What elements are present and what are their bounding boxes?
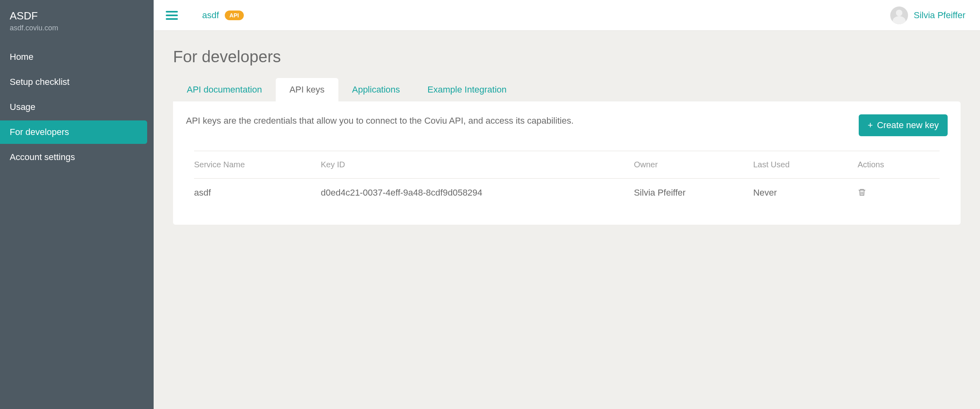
cell-service-name: asdf — [194, 188, 321, 198]
col-header-actions: Actions — [858, 160, 940, 169]
sidebar: ASDF asdf.coviu.com Home Setup checklist… — [0, 0, 154, 409]
sidebar-item-setup-checklist[interactable]: Setup checklist — [0, 70, 147, 94]
avatar[interactable] — [890, 6, 908, 24]
tab-applications[interactable]: Applications — [338, 78, 414, 101]
trash-icon[interactable] — [858, 188, 866, 197]
create-new-key-button[interactable]: + Create new key — [859, 114, 948, 136]
sidebar-nav: Home Setup checklist Usage For developer… — [0, 45, 154, 169]
table-row: asdf d0ed4c21-0037-4eff-9a48-8cdf9d05829… — [194, 179, 940, 209]
sidebar-item-for-developers[interactable]: For developers — [0, 120, 147, 144]
api-badge: API — [225, 11, 244, 20]
tab-api-keys[interactable]: API keys — [276, 78, 338, 101]
cell-last-used: Never — [753, 188, 858, 198]
sidebar-item-home[interactable]: Home — [0, 45, 147, 69]
panel: API keys are the credentials that allow … — [173, 101, 961, 225]
sidebar-item-label: For developers — [10, 127, 69, 137]
table-header-row: Service Name Key ID Owner Last Used Acti… — [194, 151, 940, 178]
col-header-last-used: Last Used — [753, 160, 858, 169]
tab-example-integration[interactable]: Example Integration — [414, 78, 520, 101]
main: asdf API Silvia Pfeiffer For developers … — [154, 0, 980, 409]
sidebar-item-label: Home — [10, 52, 34, 62]
col-header-owner: Owner — [634, 160, 753, 169]
user-menu[interactable]: Silvia Pfeiffer — [914, 10, 965, 21]
tabs: API documentation API keys Applications … — [173, 78, 961, 101]
sidebar-item-label: Usage — [10, 102, 36, 112]
tab-label: Applications — [352, 84, 400, 95]
cell-owner: Silvia Pfeiffer — [634, 188, 753, 198]
topbar: asdf API Silvia Pfeiffer — [154, 0, 980, 31]
sidebar-item-label: Setup checklist — [10, 77, 70, 87]
create-button-label: Create new key — [877, 120, 939, 131]
col-header-service: Service Name — [194, 160, 321, 169]
cell-actions — [858, 188, 940, 200]
sidebar-item-usage[interactable]: Usage — [0, 95, 147, 119]
panel-description: API keys are the credentials that allow … — [186, 114, 849, 127]
breadcrumb-org[interactable]: asdf — [202, 10, 219, 21]
sidebar-item-account-settings[interactable]: Account settings — [0, 145, 147, 169]
cell-key-id: d0ed4c21-0037-4eff-9a48-8cdf9d058294 — [321, 188, 634, 198]
panel-head: API keys are the credentials that allow … — [186, 114, 948, 136]
tab-api-documentation[interactable]: API documentation — [173, 78, 276, 101]
org-domain: asdf.coviu.com — [10, 24, 144, 32]
tab-label: API documentation — [187, 84, 262, 95]
plus-icon: + — [868, 120, 873, 131]
sidebar-header: ASDF asdf.coviu.com — [0, 7, 154, 38]
content: For developers API documentation API key… — [154, 31, 980, 242]
org-title: ASDF — [10, 10, 144, 22]
page-title: For developers — [173, 48, 961, 66]
tab-label: API keys — [289, 84, 325, 95]
tab-label: Example Integration — [427, 84, 507, 95]
api-keys-table: Service Name Key ID Owner Last Used Acti… — [186, 151, 948, 209]
col-header-keyid: Key ID — [321, 160, 634, 169]
hamburger-icon[interactable] — [166, 11, 178, 20]
sidebar-item-label: Account settings — [10, 152, 75, 162]
